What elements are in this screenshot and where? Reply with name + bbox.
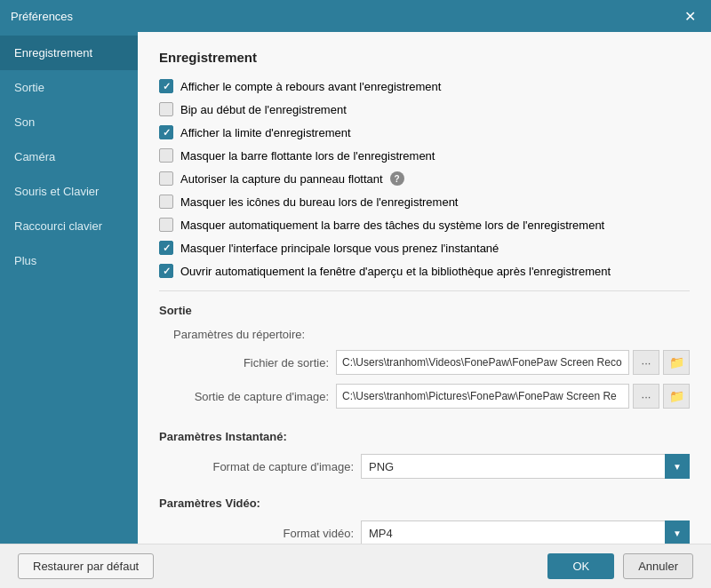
sortie-image-dots-button[interactable]: ··· — [633, 384, 659, 409]
format-image-row: Format de capture d'image: PNG JPG BMP — [159, 454, 690, 479]
cancel-button[interactable]: Annuler — [623, 553, 693, 579]
params-repertoire-title: Paramètres du répertoire: — [173, 328, 690, 341]
dialog-body: Enregistrement Sortie Son Caméra Souris … — [0, 32, 711, 544]
sortie-image-row: Sortie de capture d'image: ··· 📁 — [173, 384, 690, 409]
option-label-8: Masquer l'interface principale lorsque v… — [180, 242, 499, 255]
footer: Restaurer par défaut OK Annuler — [0, 544, 711, 588]
checkbox-9[interactable] — [159, 264, 173, 278]
checkbox-4[interactable] — [159, 148, 173, 163]
option-row-6: Masquer les icônes du bureau lors de l'e… — [159, 195, 690, 209]
sidebar-item-raccourci[interactable]: Raccourci clavier — [0, 209, 138, 243]
fichier-sortie-label: Fichier de sortie: — [244, 356, 329, 369]
sidebar-item-son[interactable]: Son — [0, 105, 138, 139]
params-video-title: Paramètres Vidéo: — [159, 497, 690, 510]
option-label-3: Afficher la limite d'enregistrement — [180, 126, 351, 139]
checkbox-7[interactable] — [159, 218, 173, 232]
main-content: Enregistrement Afficher le compte à rebo… — [138, 32, 711, 544]
sortie-image-group: ··· 📁 — [336, 384, 690, 409]
format-video-label: Format vidéo: — [284, 527, 354, 540]
sortie-image-input[interactable] — [336, 384, 629, 409]
option-label-2: Bip au début de l'enregistrement — [180, 103, 347, 116]
option-row-2: Bip au début de l'enregistrement — [159, 102, 690, 116]
ok-button[interactable]: OK — [547, 553, 614, 579]
restore-defaults-button[interactable]: Restaurer par défaut — [18, 553, 154, 579]
format-image-label: Format de capture d'image: — [212, 460, 354, 473]
option-label-4: Masquer la barre flottante lors de l'enr… — [180, 149, 435, 163]
sidebar-item-camera[interactable]: Caméra — [0, 139, 138, 174]
checkbox-6[interactable] — [159, 195, 173, 209]
sidebar-item-enregistrement[interactable]: Enregistrement — [0, 36, 138, 70]
dialog-title: Préférences — [11, 10, 73, 23]
checkbox-1[interactable] — [159, 79, 173, 93]
format-image-select[interactable]: PNG JPG BMP — [361, 454, 690, 479]
option-row-7: Masquer automatiquement la barre des tâc… — [159, 218, 690, 232]
sortie-image-label: Sortie de capture d'image: — [195, 390, 329, 403]
option-row-9: Ouvrir automatiquement la fenêtre d'aper… — [159, 264, 690, 278]
sidebar-item-sortie[interactable]: Sortie — [0, 70, 138, 105]
fichier-sortie-folder-button[interactable]: 📁 — [663, 350, 690, 375]
option-label-1: Afficher le compte à rebours avant l'enr… — [180, 80, 441, 93]
option-row-5: Autoriser la capture du panneau flottant… — [159, 171, 690, 186]
option-label-7: Masquer automatiquement la barre des tâc… — [180, 219, 604, 232]
option-row-4: Masquer la barre flottante lors de l'enr… — [159, 148, 690, 163]
checkbox-5[interactable] — [159, 171, 173, 186]
option-row-1: Afficher le compte à rebours avant l'enr… — [159, 79, 690, 93]
fichier-sortie-row: Fichier de sortie: ··· 📁 — [173, 350, 690, 375]
sortie-image-folder-button[interactable]: 📁 — [663, 384, 690, 409]
help-icon-5[interactable]: ? — [390, 171, 404, 186]
folder-icon-1: 📁 — [669, 355, 684, 369]
format-image-select-wrap: PNG JPG BMP — [361, 454, 690, 479]
fichier-sortie-input[interactable] — [336, 350, 629, 375]
format-video-row: Format vidéo: MP4 AVI MOV FLV — [159, 520, 690, 544]
option-label-6: Masquer les icônes du bureau lors de l'e… — [180, 195, 458, 209]
sidebar-item-souris[interactable]: Souris et Clavier — [0, 174, 138, 209]
footer-actions: OK Annuler — [547, 553, 693, 579]
checkbox-2[interactable] — [159, 102, 173, 116]
sortie-section-title: Sortie — [159, 304, 690, 317]
option-label-9: Ouvrir automatiquement la fenêtre d'aper… — [180, 265, 611, 278]
format-video-select-wrap: MP4 AVI MOV FLV — [361, 520, 690, 544]
section-title-enregistrement: Enregistrement — [159, 50, 690, 65]
option-row-3: Afficher la limite d'enregistrement — [159, 125, 690, 139]
params-instantane-title: Paramètres Instantané: — [159, 430, 690, 443]
sidebar-item-plus[interactable]: Plus — [0, 243, 138, 278]
format-video-select[interactable]: MP4 AVI MOV FLV — [361, 520, 690, 544]
fichier-sortie-group: ··· 📁 — [336, 350, 690, 375]
checkbox-3[interactable] — [159, 125, 173, 139]
preferences-dialog: Préférences ✕ Enregistrement Sortie Son … — [0, 0, 711, 588]
close-button[interactable]: ✕ — [679, 5, 700, 27]
folder-icon-2: 📁 — [669, 389, 684, 403]
title-bar: Préférences ✕ — [0, 0, 711, 32]
sidebar: Enregistrement Sortie Son Caméra Souris … — [0, 32, 138, 544]
option-label-5: Autoriser la capture du panneau flottant — [180, 172, 383, 186]
fichier-sortie-dots-button[interactable]: ··· — [633, 350, 659, 375]
divider-1 — [159, 290, 690, 291]
checkbox-8[interactable] — [159, 241, 173, 255]
option-row-8: Masquer l'interface principale lorsque v… — [159, 241, 690, 255]
